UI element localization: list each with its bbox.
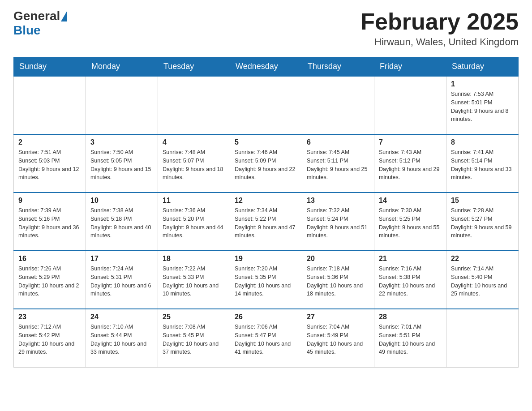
day-info: Sunrise: 7:12 AMSunset: 5:42 PMDaylight:…	[18, 323, 81, 356]
day-number: 6	[307, 138, 369, 146]
day-info: Sunrise: 7:16 AMSunset: 5:38 PMDaylight:…	[379, 265, 442, 298]
calendar-cell: 11Sunrise: 7:36 AMSunset: 5:20 PMDayligh…	[158, 193, 230, 251]
calendar-header-row: SundayMondayTuesdayWednesdayThursdayFrid…	[14, 57, 519, 77]
day-info: Sunrise: 7:14 AMSunset: 5:40 PMDaylight:…	[451, 265, 514, 298]
day-info: Sunrise: 7:24 AMSunset: 5:31 PMDaylight:…	[90, 265, 153, 298]
day-number: 10	[90, 197, 153, 205]
day-info: Sunrise: 7:46 AMSunset: 5:09 PMDaylight:…	[235, 148, 297, 182]
calendar-cell: 9Sunrise: 7:39 AMSunset: 5:16 PMDaylight…	[14, 193, 86, 251]
calendar-cell: 20Sunrise: 7:18 AMSunset: 5:36 PMDayligh…	[302, 251, 374, 309]
day-info: Sunrise: 7:01 AMSunset: 5:51 PMDaylight:…	[379, 323, 442, 356]
calendar-cell	[158, 76, 230, 134]
day-info: Sunrise: 7:41 AMSunset: 5:14 PMDaylight:…	[451, 148, 514, 182]
location-subtitle: Hirwaun, Wales, United Kingdom	[360, 36, 519, 48]
calendar-table: SundayMondayTuesdayWednesdayThursdayFrid…	[13, 57, 519, 368]
day-number: 14	[379, 197, 442, 205]
day-number: 27	[307, 313, 369, 321]
day-number: 2	[18, 138, 81, 146]
calendar-cell: 22Sunrise: 7:14 AMSunset: 5:40 PMDayligh…	[446, 251, 519, 309]
calendar-cell: 13Sunrise: 7:32 AMSunset: 5:24 PMDayligh…	[302, 193, 374, 251]
calendar-cell	[374, 76, 446, 134]
day-number: 16	[18, 255, 81, 263]
calendar-cell: 7Sunrise: 7:43 AMSunset: 5:12 PMDaylight…	[374, 134, 446, 193]
day-number: 12	[235, 197, 297, 205]
calendar-cell: 5Sunrise: 7:46 AMSunset: 5:09 PMDaylight…	[230, 134, 302, 193]
day-number: 24	[90, 313, 153, 321]
day-info: Sunrise: 7:28 AMSunset: 5:27 PMDaylight:…	[451, 206, 514, 240]
calendar-cell	[302, 76, 374, 134]
day-info: Sunrise: 7:06 AMSunset: 5:47 PMDaylight:…	[235, 323, 297, 356]
col-header-monday: Monday	[86, 57, 158, 77]
col-header-friday: Friday	[374, 57, 446, 77]
day-number: 15	[451, 197, 514, 205]
day-info: Sunrise: 7:43 AMSunset: 5:12 PMDaylight:…	[379, 148, 442, 182]
day-info: Sunrise: 7:26 AMSunset: 5:29 PMDaylight:…	[18, 265, 81, 298]
calendar-cell: 24Sunrise: 7:10 AMSunset: 5:44 PMDayligh…	[86, 309, 158, 367]
calendar-cell: 10Sunrise: 7:38 AMSunset: 5:18 PMDayligh…	[86, 193, 158, 251]
logo-triangle-icon	[61, 11, 67, 21]
calendar-cell: 18Sunrise: 7:22 AMSunset: 5:33 PMDayligh…	[158, 251, 230, 309]
calendar-cell: 23Sunrise: 7:12 AMSunset: 5:42 PMDayligh…	[14, 309, 86, 367]
calendar-cell: 16Sunrise: 7:26 AMSunset: 5:29 PMDayligh…	[14, 251, 86, 309]
calendar-cell: 2Sunrise: 7:51 AMSunset: 5:03 PMDaylight…	[14, 134, 86, 193]
title-section: February 2025 Hirwaun, Wales, United Kin…	[360, 9, 519, 48]
day-info: Sunrise: 7:39 AMSunset: 5:16 PMDaylight:…	[18, 206, 81, 240]
day-number: 19	[235, 255, 297, 263]
day-number: 22	[451, 255, 514, 263]
page-header: General Blue February 2025 Hirwaun, Wale…	[13, 9, 519, 48]
col-header-sunday: Sunday	[14, 57, 86, 77]
logo-blue-text: Blue	[13, 23, 41, 38]
day-number: 1	[451, 80, 514, 88]
calendar-week-row: 9Sunrise: 7:39 AMSunset: 5:16 PMDaylight…	[14, 193, 519, 251]
day-info: Sunrise: 7:45 AMSunset: 5:11 PMDaylight:…	[307, 148, 369, 182]
calendar-cell: 27Sunrise: 7:04 AMSunset: 5:49 PMDayligh…	[302, 309, 374, 367]
calendar-cell: 4Sunrise: 7:48 AMSunset: 5:07 PMDaylight…	[158, 134, 230, 193]
logo: General Blue	[13, 9, 68, 38]
day-number: 3	[90, 138, 153, 146]
day-info: Sunrise: 7:51 AMSunset: 5:03 PMDaylight:…	[18, 148, 81, 182]
day-info: Sunrise: 7:30 AMSunset: 5:25 PMDaylight:…	[379, 206, 442, 240]
day-info: Sunrise: 7:20 AMSunset: 5:35 PMDaylight:…	[235, 265, 297, 298]
calendar-cell: 3Sunrise: 7:50 AMSunset: 5:05 PMDaylight…	[86, 134, 158, 193]
day-info: Sunrise: 7:50 AMSunset: 5:05 PMDaylight:…	[90, 148, 153, 182]
calendar-cell: 21Sunrise: 7:16 AMSunset: 5:38 PMDayligh…	[374, 251, 446, 309]
calendar-cell	[14, 76, 86, 134]
calendar-cell: 6Sunrise: 7:45 AMSunset: 5:11 PMDaylight…	[302, 134, 374, 193]
calendar-cell: 14Sunrise: 7:30 AMSunset: 5:25 PMDayligh…	[374, 193, 446, 251]
day-number: 13	[307, 197, 369, 205]
calendar-cell: 17Sunrise: 7:24 AMSunset: 5:31 PMDayligh…	[86, 251, 158, 309]
day-info: Sunrise: 7:10 AMSunset: 5:44 PMDaylight:…	[90, 323, 153, 356]
day-number: 7	[379, 138, 442, 146]
month-title: February 2025	[360, 9, 519, 34]
day-info: Sunrise: 7:32 AMSunset: 5:24 PMDaylight:…	[307, 206, 369, 240]
logo-general-text: General	[13, 9, 60, 23]
day-info: Sunrise: 7:36 AMSunset: 5:20 PMDaylight:…	[163, 206, 225, 240]
calendar-cell: 1Sunrise: 7:53 AMSunset: 5:01 PMDaylight…	[446, 76, 519, 134]
calendar-cell: 8Sunrise: 7:41 AMSunset: 5:14 PMDaylight…	[446, 134, 519, 193]
day-number: 5	[235, 138, 297, 146]
calendar-cell: 19Sunrise: 7:20 AMSunset: 5:35 PMDayligh…	[230, 251, 302, 309]
calendar-cell: 12Sunrise: 7:34 AMSunset: 5:22 PMDayligh…	[230, 193, 302, 251]
calendar-week-row: 2Sunrise: 7:51 AMSunset: 5:03 PMDaylight…	[14, 134, 519, 193]
col-header-wednesday: Wednesday	[230, 57, 302, 77]
day-number: 20	[307, 255, 369, 263]
day-number: 25	[163, 313, 225, 321]
col-header-thursday: Thursday	[302, 57, 374, 77]
day-number: 26	[235, 313, 297, 321]
calendar-cell: 15Sunrise: 7:28 AMSunset: 5:27 PMDayligh…	[446, 193, 519, 251]
calendar-cell: 28Sunrise: 7:01 AMSunset: 5:51 PMDayligh…	[374, 309, 446, 367]
col-header-tuesday: Tuesday	[158, 57, 230, 77]
day-info: Sunrise: 7:48 AMSunset: 5:07 PMDaylight:…	[163, 148, 225, 182]
day-number: 9	[18, 197, 81, 205]
calendar-cell: 26Sunrise: 7:06 AMSunset: 5:47 PMDayligh…	[230, 309, 302, 367]
day-number: 17	[90, 255, 153, 263]
calendar-week-row: 23Sunrise: 7:12 AMSunset: 5:42 PMDayligh…	[14, 309, 519, 367]
day-number: 18	[163, 255, 225, 263]
calendar-cell	[86, 76, 158, 134]
day-number: 11	[163, 197, 225, 205]
day-info: Sunrise: 7:18 AMSunset: 5:36 PMDaylight:…	[307, 265, 369, 298]
calendar-week-row: 16Sunrise: 7:26 AMSunset: 5:29 PMDayligh…	[14, 251, 519, 309]
day-info: Sunrise: 7:22 AMSunset: 5:33 PMDaylight:…	[163, 265, 225, 298]
day-info: Sunrise: 7:53 AMSunset: 5:01 PMDaylight:…	[451, 90, 514, 124]
day-info: Sunrise: 7:34 AMSunset: 5:22 PMDaylight:…	[235, 206, 297, 240]
